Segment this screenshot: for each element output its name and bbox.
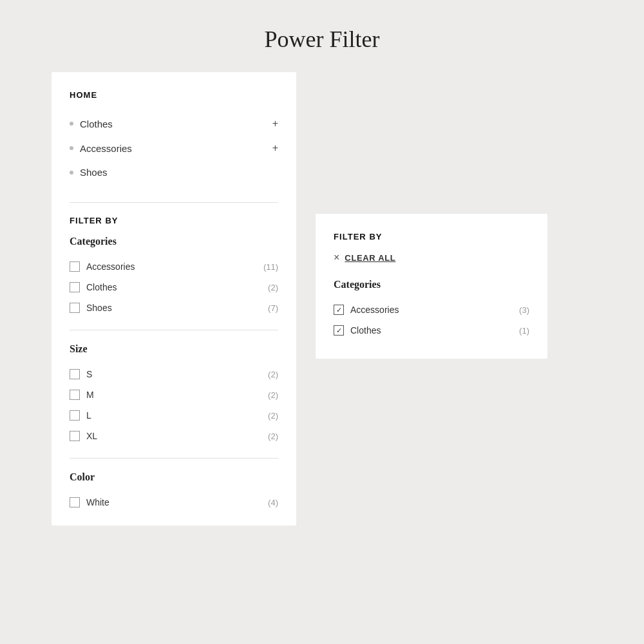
size-group-title: Size xyxy=(70,343,278,355)
home-nav-list: Clothes + Accessories + Shoes xyxy=(70,111,278,184)
nav-item-clothes[interactable]: Clothes + xyxy=(70,111,278,136)
filter-by-title: FILTER BY xyxy=(70,216,278,225)
filter-section: FILTER BY Categories Accessories (11) xyxy=(70,216,278,513)
filter-item-clothes: Clothes (2) xyxy=(70,277,278,298)
right-filter-item-accessories: Accessories (3) xyxy=(334,299,529,320)
home-filter-divider xyxy=(70,202,278,203)
right-categories-group: Categories Accessories (3) Clothes (1) xyxy=(334,279,529,341)
clear-all-row: × CLEAR ALL xyxy=(334,252,529,263)
checkbox-xl[interactable] xyxy=(70,431,80,441)
color-group: Color White (4) xyxy=(70,471,278,513)
size-color-divider xyxy=(70,458,278,459)
nav-label-shoes: Shoes xyxy=(80,167,108,178)
checkbox-m[interactable] xyxy=(70,390,80,400)
size-filter-list: S (2) M (2) L xyxy=(70,364,278,446)
checkbox-s[interactable] xyxy=(70,369,80,379)
filter-item-accessories: Accessories (11) xyxy=(70,256,278,277)
categories-group-title: Categories xyxy=(70,236,278,247)
home-section-title: HOME xyxy=(70,90,278,100)
right-filter-count-clothes: (1) xyxy=(519,326,529,336)
nav-item-accessories[interactable]: Accessories + xyxy=(70,136,278,160)
filter-count-m: (2) xyxy=(268,390,278,400)
size-group: Size S (2) M (2) xyxy=(70,343,278,446)
clear-all-button[interactable]: CLEAR ALL xyxy=(345,253,395,263)
filter-label-s: S xyxy=(86,369,92,379)
checkbox-accessories[interactable] xyxy=(70,261,80,272)
filter-item-s: S (2) xyxy=(70,364,278,384)
right-filter-by-title: FILTER BY xyxy=(334,232,529,242)
nav-bullet-clothes xyxy=(70,122,73,126)
filter-label-accessories: Accessories xyxy=(86,261,135,272)
filter-count-accessories: (11) xyxy=(263,262,278,272)
right-categories-group-title: Categories xyxy=(334,279,529,290)
right-panel: FILTER BY × CLEAR ALL Categories Accesso… xyxy=(316,214,547,359)
checkbox-shoes[interactable] xyxy=(70,303,80,313)
nav-label-accessories: Accessories xyxy=(80,143,132,154)
filter-label-m: M xyxy=(86,390,94,400)
nav-item-shoes[interactable]: Shoes xyxy=(70,160,278,184)
nav-expand-clothes[interactable]: + xyxy=(272,118,278,129)
filter-item-l: L (2) xyxy=(70,405,278,426)
filter-count-white: (4) xyxy=(268,498,278,507)
nav-bullet-shoes xyxy=(70,171,73,175)
right-filter-item-clothes: Clothes (1) xyxy=(334,320,529,341)
categories-group: Categories Accessories (11) Clothes xyxy=(70,236,278,318)
right-filter-label-clothes: Clothes xyxy=(350,325,381,336)
nav-expand-accessories[interactable]: + xyxy=(272,142,278,154)
filter-label-white: White xyxy=(86,497,109,507)
home-section: HOME Clothes + Accessories + xyxy=(70,90,278,184)
filter-label-l: L xyxy=(86,410,91,421)
main-layout: HOME Clothes + Accessories + xyxy=(0,72,644,526)
right-categories-list: Accessories (3) Clothes (1) xyxy=(334,299,529,341)
filter-item-xl: XL (2) xyxy=(70,426,278,446)
right-filter-label-accessories: Accessories xyxy=(350,305,399,315)
filter-count-l: (2) xyxy=(268,411,278,421)
filter-count-s: (2) xyxy=(268,370,278,379)
checkbox-clothes[interactable] xyxy=(70,282,80,292)
checkbox-right-clothes[interactable] xyxy=(334,325,344,336)
filter-label-xl: XL xyxy=(86,431,97,441)
filter-count-clothes: (2) xyxy=(268,283,278,292)
filter-label-shoes: Shoes xyxy=(86,303,112,313)
page-title: Power Filter xyxy=(0,0,644,72)
filter-item-shoes: Shoes (7) xyxy=(70,298,278,318)
filter-label-clothes: Clothes xyxy=(86,282,117,292)
checkbox-right-accessories[interactable] xyxy=(334,305,344,315)
nav-bullet-accessories xyxy=(70,146,73,150)
categories-filter-list: Accessories (11) Clothes (2) xyxy=(70,256,278,318)
right-filter-count-accessories: (3) xyxy=(519,305,529,315)
filter-item-white: White (4) xyxy=(70,492,278,513)
checkbox-l[interactable] xyxy=(70,410,80,421)
left-panel: HOME Clothes + Accessories + xyxy=(52,72,296,526)
nav-label-clothes: Clothes xyxy=(80,118,113,129)
filter-count-xl: (2) xyxy=(268,431,278,441)
clear-all-x-icon[interactable]: × xyxy=(334,252,339,263)
color-filter-list: White (4) xyxy=(70,492,278,513)
filter-item-m: M (2) xyxy=(70,384,278,405)
categories-size-divider xyxy=(70,330,278,330)
filter-count-shoes: (7) xyxy=(268,303,278,313)
color-group-title: Color xyxy=(70,471,278,483)
checkbox-white[interactable] xyxy=(70,497,80,507)
